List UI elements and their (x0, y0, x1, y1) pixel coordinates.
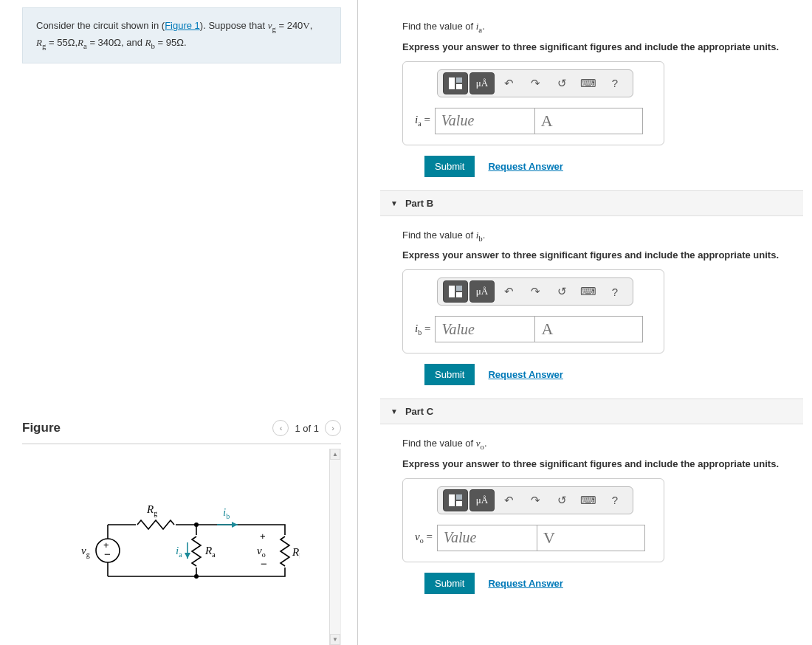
svg-rect-24 (449, 77, 455, 89)
part-a-toolbar: μÅ ↶ ↷ ↺ ⌨ ? (437, 69, 633, 97)
problem-statement: Consider the circuit shown in (Figure 1)… (22, 7, 341, 63)
part-b-answer-box: μÅ ↶ ↷ ↺ ⌨ ? ib = (402, 269, 664, 353)
svg-rect-25 (456, 77, 462, 83)
figure-section: Figure ‹ 1 of 1 › .wire{stroke:#000;stro… (22, 420, 341, 645)
part-a-value-input[interactable] (435, 108, 535, 134)
part-c-request-answer-link[interactable]: Request Answer (488, 578, 562, 589)
svg-marker-17 (185, 553, 190, 559)
part-c: ▼ Part C Find the value of vo. Express y… (380, 399, 803, 594)
left-pane: Consider the circuit shown in (Figure 1)… (0, 0, 358, 645)
svg-text:vg: vg (81, 545, 90, 559)
part-b-unit-input[interactable] (535, 316, 643, 342)
reset-button[interactable]: ↺ (549, 72, 574, 94)
caret-down-icon: ▼ (390, 199, 398, 207)
figure-scrollbar[interactable]: ▲ ▼ (329, 449, 340, 645)
part-c-unit-input[interactable] (537, 525, 645, 551)
keyboard-button[interactable]: ⌨ (576, 72, 601, 94)
part-a-unit-input[interactable] (535, 108, 643, 134)
svg-rect-28 (456, 286, 462, 291)
svg-text:−: − (104, 548, 111, 560)
svg-text:Ra: Ra (204, 545, 216, 559)
svg-rect-32 (456, 501, 462, 506)
part-a-submit-button[interactable]: Submit (424, 156, 475, 177)
problem-text-1: Consider the circuit shown in ( (36, 20, 165, 31)
part-c-prompt: Find the value of vo. (402, 438, 803, 451)
figure-prev-button[interactable]: ‹ (272, 420, 289, 436)
redo-button[interactable]: ↷ (523, 280, 548, 303)
rg-value: 55 (57, 37, 67, 48)
figure-next-button[interactable]: › (325, 420, 341, 436)
svg-text:Rg: Rg (146, 503, 157, 517)
svg-text:ia: ia (176, 545, 182, 559)
redo-button[interactable]: ↷ (523, 72, 548, 94)
rb-value: 95 (166, 37, 176, 48)
part-c-submit-button[interactable]: Submit (424, 573, 475, 594)
svg-rect-27 (449, 286, 455, 297)
part-b-instructions: Express your answer to three significant… (402, 249, 803, 261)
scroll-up-icon[interactable]: ▲ (330, 449, 340, 460)
svg-rect-26 (456, 84, 462, 89)
part-c-instructions: Express your answer to three significant… (402, 458, 803, 469)
part-b-toolbar: μÅ ↶ ↷ ↺ ⌨ ? (437, 277, 633, 306)
part-a-instructions: Express your answer to three significant… (402, 41, 803, 52)
redo-button[interactable]: ↷ (523, 489, 548, 511)
reset-button[interactable]: ↺ (549, 280, 574, 303)
part-c-header[interactable]: ▼ Part C (380, 399, 803, 424)
svg-rect-31 (456, 494, 462, 500)
part-b-value-input[interactable] (435, 316, 535, 342)
templates-button[interactable] (443, 72, 468, 94)
part-a: Find the value of ia. Express your answe… (380, 7, 803, 177)
undo-button[interactable]: ↶ (496, 280, 521, 303)
part-a-answer-box: μÅ ↶ ↷ ↺ ⌨ ? ia = (402, 61, 664, 145)
part-a-request-answer-link[interactable]: Request Answer (488, 161, 562, 172)
part-c-value-input[interactable] (437, 525, 537, 551)
part-b-prompt: Find the value of ib. (402, 230, 803, 243)
units-button[interactable]: μÅ (469, 72, 495, 94)
svg-marker-11 (232, 522, 238, 528)
vg-value: 240 (287, 20, 303, 31)
svg-text:Rb: Rb (292, 546, 300, 560)
units-button[interactable]: μÅ (469, 280, 495, 303)
units-button[interactable]: μÅ (469, 489, 495, 511)
templates-button[interactable] (443, 489, 468, 511)
svg-text:+: + (260, 531, 266, 542)
templates-button[interactable] (443, 280, 468, 303)
reset-button[interactable]: ↺ (549, 489, 574, 511)
help-button[interactable]: ? (602, 489, 627, 511)
part-a-var-label: ia = (413, 114, 430, 128)
part-c-var-label: vo = (413, 531, 433, 545)
undo-button[interactable]: ↶ (496, 489, 521, 511)
part-a-prompt: Find the value of ia. (402, 21, 803, 34)
caret-down-icon: ▼ (390, 407, 398, 415)
figure-link[interactable]: Figure 1 (165, 20, 200, 31)
svg-rect-30 (449, 494, 455, 506)
right-pane: Find the value of ia. Express your answe… (358, 0, 812, 645)
help-button[interactable]: ? (602, 72, 627, 94)
figure-title: Figure (22, 421, 61, 435)
part-c-answer-box: μÅ ↶ ↷ ↺ ⌨ ? vo = (402, 478, 664, 562)
help-button[interactable]: ? (602, 280, 627, 303)
figure-pager: 1 of 1 (295, 423, 319, 434)
part-c-toolbar: μÅ ↶ ↷ ↺ ⌨ ? (437, 486, 633, 514)
part-b: ▼ Part B Find the value of ib. Express y… (380, 190, 803, 386)
svg-text:ib: ib (223, 506, 230, 520)
scroll-down-icon[interactable]: ▼ (330, 634, 340, 645)
part-b-title: Part B (405, 198, 433, 209)
ra-value: 340 (98, 37, 114, 48)
undo-button[interactable]: ↶ (496, 72, 521, 94)
part-c-title: Part C (405, 406, 433, 417)
part-b-request-answer-link[interactable]: Request Answer (488, 369, 562, 380)
part-b-submit-button[interactable]: Submit (424, 364, 475, 385)
keyboard-button[interactable]: ⌨ (576, 489, 601, 511)
circuit-diagram: .wire{stroke:#000;stroke-width:1.6;fill:… (63, 488, 300, 606)
svg-rect-29 (456, 292, 462, 297)
svg-text:−: − (261, 557, 267, 570)
part-b-var-label: ib = (413, 322, 430, 337)
keyboard-button[interactable]: ⌨ (576, 280, 601, 303)
problem-text-2: ). Suppose that (200, 20, 268, 31)
part-b-header[interactable]: ▼ Part B (380, 190, 803, 216)
